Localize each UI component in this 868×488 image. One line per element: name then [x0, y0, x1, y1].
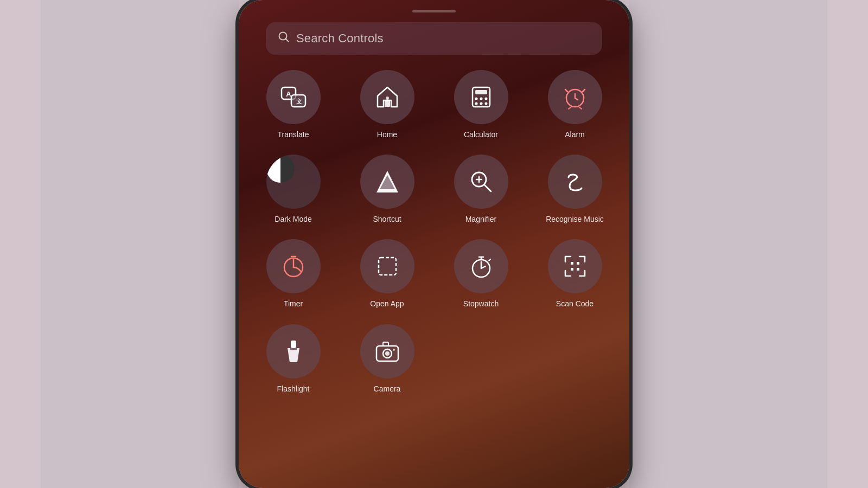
grid-item-flashlight[interactable]: Flashlight [254, 324, 333, 394]
home-label: Home [377, 130, 397, 139]
grid-item-open-app[interactable]: Open App [348, 239, 426, 309]
alarm-label: Alarm [565, 130, 585, 139]
dark-mode-label: Dark Mode [275, 214, 311, 224]
svg-text:文: 文 [296, 98, 302, 105]
grid-item-stopwatch[interactable]: Stopwatch [442, 239, 520, 309]
stopwatch-label: Stopwatch [463, 299, 499, 309]
notch-bar [412, 10, 456, 12]
calculator-icon-circle [454, 70, 508, 124]
svg-rect-32 [571, 262, 573, 265]
stopwatch-icon-circle [454, 239, 508, 293]
svg-rect-9 [475, 90, 487, 94]
translate-label: Translate [278, 130, 309, 139]
grid-item-recognise-music[interactable]: Recognise Music [535, 155, 614, 224]
timer-icon-circle [266, 239, 321, 293]
grid-item-dark-mode[interactable]: Dark Mode [254, 155, 333, 224]
dark-mode-icon-circle [266, 155, 321, 209]
svg-line-31 [489, 259, 490, 261]
grid-item-alarm[interactable]: Alarm [535, 70, 614, 139]
svg-rect-6 [385, 100, 390, 107]
svg-rect-25 [379, 258, 396, 275]
svg-rect-33 [577, 262, 579, 265]
grid-item-calculator[interactable]: Calculator [442, 70, 520, 139]
svg-point-15 [484, 102, 487, 105]
svg-text:A: A [286, 90, 291, 98]
grid-item-translate[interactable]: A 文 Translate [254, 70, 333, 139]
scan-code-label: Scan Code [556, 299, 593, 309]
camera-icon-circle [360, 324, 414, 378]
svg-rect-34 [571, 268, 573, 271]
open-app-label: Open App [370, 299, 404, 309]
svg-point-40 [385, 351, 390, 356]
left-panel [41, 0, 239, 488]
grid-item-shortcut[interactable]: Shortcut [348, 155, 426, 224]
shortcut-icon-circle [360, 155, 414, 209]
flashlight-label: Flashlight [277, 384, 310, 394]
grid-item-timer[interactable]: Timer [254, 239, 333, 309]
svg-point-13 [475, 102, 477, 105]
svg-point-14 [480, 102, 482, 105]
svg-point-11 [480, 98, 482, 100]
grid-item-camera[interactable]: Camera [348, 324, 426, 394]
timer-label: Timer [284, 299, 303, 309]
svg-point-42 [393, 349, 395, 351]
home-icon-circle [360, 70, 414, 124]
shortcut-label: Shortcut [373, 214, 401, 224]
scan-code-icon-circle [548, 239, 602, 293]
svg-rect-37 [290, 348, 297, 350]
search-bar[interactable]: Search Controls [266, 22, 602, 55]
calculator-label: Calculator [464, 130, 498, 139]
svg-point-7 [386, 97, 389, 100]
grid-item-home[interactable]: Home [348, 70, 426, 139]
search-icon [278, 31, 290, 46]
grid-item-scan-code[interactable]: Scan Code [535, 239, 614, 309]
svg-rect-35 [577, 268, 579, 271]
svg-point-10 [475, 98, 477, 100]
controls-grid: A 文 Translate Home [243, 70, 625, 394]
translate-icon-circle: A 文 [266, 70, 321, 124]
right-panel [629, 0, 827, 488]
recognise-music-icon-circle [548, 155, 602, 209]
svg-point-12 [484, 98, 487, 100]
search-placeholder: Search Controls [296, 31, 384, 46]
camera-label: Camera [374, 384, 401, 394]
svg-line-1 [286, 39, 289, 42]
phone-frame: Search Controls A 文 Translate [239, 0, 629, 488]
svg-line-20 [484, 185, 491, 191]
flashlight-icon-circle [266, 324, 321, 378]
magnifier-label: Magnifier [465, 214, 497, 224]
open-app-icon-circle [360, 239, 414, 293]
grid-item-magnifier[interactable]: Magnifier [442, 155, 520, 224]
svg-rect-36 [291, 341, 296, 348]
recognise-music-label: Recognise Music [546, 214, 604, 224]
magnifier-icon-circle [454, 155, 508, 209]
alarm-icon-circle [548, 70, 602, 124]
